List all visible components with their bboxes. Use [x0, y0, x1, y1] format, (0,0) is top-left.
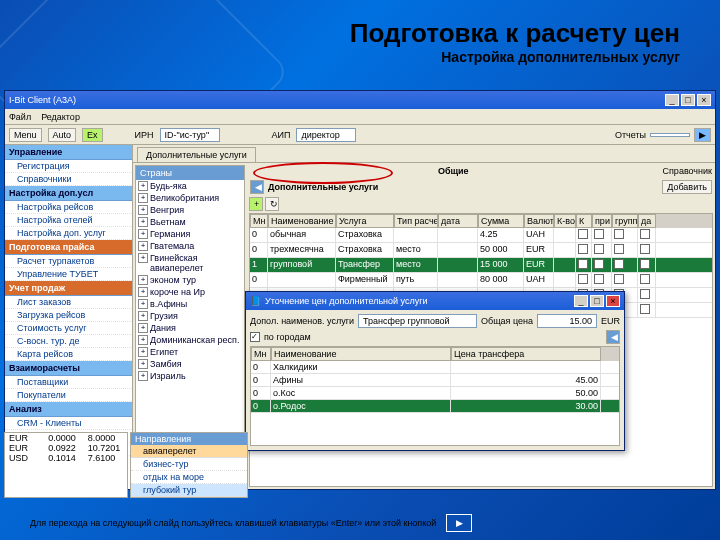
tree-item[interactable]: Гвинейская авиаперелет [136, 252, 244, 274]
tree-item[interactable]: Будь-яка [136, 180, 244, 192]
by-cities-checkbox[interactable] [250, 332, 260, 342]
director-field[interactable]: директор [296, 128, 356, 142]
tree-item[interactable]: Вьетнам [136, 216, 244, 228]
sidebar-group-management[interactable]: Управление [5, 145, 132, 160]
sidebar-item[interactable]: Лист заказов [5, 296, 132, 309]
reports-label: Отчеты [615, 130, 646, 140]
rate-cell: 0.1014 [46, 453, 85, 463]
sidebar-item[interactable]: CRM - Клиенты [5, 417, 132, 430]
sidebar-item[interactable]: Настройка рейсов [5, 201, 132, 214]
table-row[interactable]: 0Фирменныйпуть80 000UAH [250, 273, 712, 288]
rate-cell: 0.0000 [46, 433, 85, 443]
col-price[interactable]: Цена трансфера [451, 347, 601, 361]
table-row[interactable]: 1групповойТрансферместо15 000EUR [250, 258, 712, 273]
tree-item[interactable]: Великобритания [136, 192, 244, 204]
tree-item[interactable]: Дания [136, 322, 244, 334]
tree-item[interactable]: Германия [136, 228, 244, 240]
menu-button[interactable]: Menu [9, 128, 42, 142]
sidebar-item[interactable]: Стоимость услуг [5, 322, 132, 335]
ex-button[interactable]: Ex [82, 128, 103, 142]
sidebar-group-settings[interactable]: Настройка доп.усл [5, 186, 132, 201]
reports-field[interactable] [650, 133, 690, 137]
col-n[interactable]: Мн [250, 214, 268, 228]
dialog-min-button[interactable]: _ [574, 295, 588, 307]
col-date[interactable]: дата [438, 214, 478, 228]
sidebar-item[interactable]: Покупатели [5, 389, 132, 402]
tree-item[interactable]: Израиль [136, 370, 244, 382]
next-button[interactable]: ▶ [446, 514, 472, 532]
direction-item[interactable]: бизнес-тур [131, 458, 247, 471]
add-button[interactable]: Добавить [662, 180, 712, 194]
tree-item[interactable]: в.Афины [136, 298, 244, 310]
col-service[interactable]: Услуга [336, 214, 394, 228]
col-grp[interactable]: групп [612, 214, 638, 228]
table-row[interactable]: 0Афины45.00 [251, 374, 619, 387]
dialog-close-button[interactable]: × [606, 295, 620, 307]
col-name[interactable]: Наименование [268, 214, 336, 228]
sidebar-item[interactable]: Управление ТУБЕТ [5, 268, 132, 281]
table-row[interactable]: 0о.Родос30.00 [251, 400, 619, 413]
sidebar-group-price[interactable]: Подготовка прайса [5, 240, 132, 255]
sidebar-item[interactable]: Настройка доп. услуг [5, 227, 132, 240]
collapse-icon[interactable]: ◀ [250, 180, 264, 194]
table-row[interactable]: 0Халкидики [251, 361, 619, 374]
close-button[interactable]: × [697, 94, 711, 106]
tab-services[interactable]: Дополнительные услуги [137, 147, 256, 162]
menubar: Файл Редактор [5, 109, 715, 125]
tree-item[interactable]: короче на Ир [136, 286, 244, 298]
tree-item[interactable]: Венгрия [136, 204, 244, 216]
rate-cell: EUR [7, 443, 46, 453]
tree-item[interactable]: Доминиканская респ. [136, 334, 244, 346]
slide-footer: Для перехода на следующий слайд пользуйт… [30, 514, 690, 532]
auto-button[interactable]: Auto [48, 128, 77, 142]
menu-edit[interactable]: Редактор [41, 112, 80, 122]
table-row[interactable]: 0обычнаяСтраховка4.25UAH [250, 228, 712, 243]
tree-header: Страны [136, 166, 244, 180]
tab-row: Дополнительные услуги [133, 145, 715, 163]
col-qty[interactable]: К-во [554, 214, 576, 228]
tree-item[interactable]: Египет [136, 346, 244, 358]
sidebar-item[interactable]: Настройка отелей [5, 214, 132, 227]
sidebar-item[interactable]: Поставщики [5, 376, 132, 389]
sidebar-group-settlements[interactable]: Взаиморасчеты [5, 361, 132, 376]
menu-file[interactable]: Файл [9, 112, 31, 122]
table-row[interactable]: 0о.Кос50.00 [251, 387, 619, 400]
direction-item[interactable]: глубокий тур [131, 484, 247, 497]
sidebar-group-sales[interactable]: Учет продаж [5, 281, 132, 296]
sidebar-group-analysis[interactable]: Анализ [5, 402, 132, 417]
tree-item[interactable]: эконом тур [136, 274, 244, 286]
col-da[interactable]: да [638, 214, 656, 228]
sidebar-item[interactable]: Карта рейсов [5, 348, 132, 361]
tree-item[interactable]: Грузия [136, 310, 244, 322]
sidebar-item[interactable]: Регистрация [5, 160, 132, 173]
price-field[interactable]: 15.00 [537, 314, 597, 328]
sidebar-item[interactable]: Загрузка рейсов [5, 309, 132, 322]
reports-go-button[interactable]: ▶ [694, 128, 711, 142]
tree-item[interactable]: Гватемала [136, 240, 244, 252]
col-n[interactable]: Мн [251, 347, 271, 361]
minimize-button[interactable]: _ [665, 94, 679, 106]
sidebar-item[interactable]: Справочники [5, 173, 132, 186]
toolbar: Menu Auto Ex ИРН ID-"ис-тур" АИП директо… [5, 125, 715, 145]
direction-item[interactable]: отдых на море [131, 471, 247, 484]
direction-item[interactable]: авиаперелет [131, 445, 247, 458]
tree-item[interactable]: Замбия [136, 358, 244, 370]
dialog-title: Уточнение цен дополнительной услуги [265, 296, 572, 306]
col-sum[interactable]: Сумма [478, 214, 524, 228]
plus-icon[interactable]: + [249, 197, 263, 211]
col-pri[interactable]: при [592, 214, 612, 228]
col-k[interactable]: К [576, 214, 592, 228]
aip-label: АИП [272, 130, 291, 140]
sidebar-item[interactable]: С-восн. тур. де [5, 335, 132, 348]
operator-field[interactable]: ID-"ис-тур" [160, 128, 220, 142]
collapse-icon[interactable]: ◀ [606, 330, 620, 344]
col-type[interactable]: Тип расчета [394, 214, 438, 228]
table-row[interactable]: 0трехмесячнаСтраховкаместо50 000EUR [250, 243, 712, 258]
col-curr[interactable]: Валюта [524, 214, 554, 228]
col-name[interactable]: Наименование [271, 347, 451, 361]
refresh-icon[interactable]: ↻ [265, 197, 279, 211]
sidebar-item[interactable]: Расчет турпакетов [5, 255, 132, 268]
maximize-button[interactable]: □ [681, 94, 695, 106]
dialog-max-button[interactable]: □ [590, 295, 604, 307]
service-name-field[interactable]: Трансфер групповой [358, 314, 477, 328]
